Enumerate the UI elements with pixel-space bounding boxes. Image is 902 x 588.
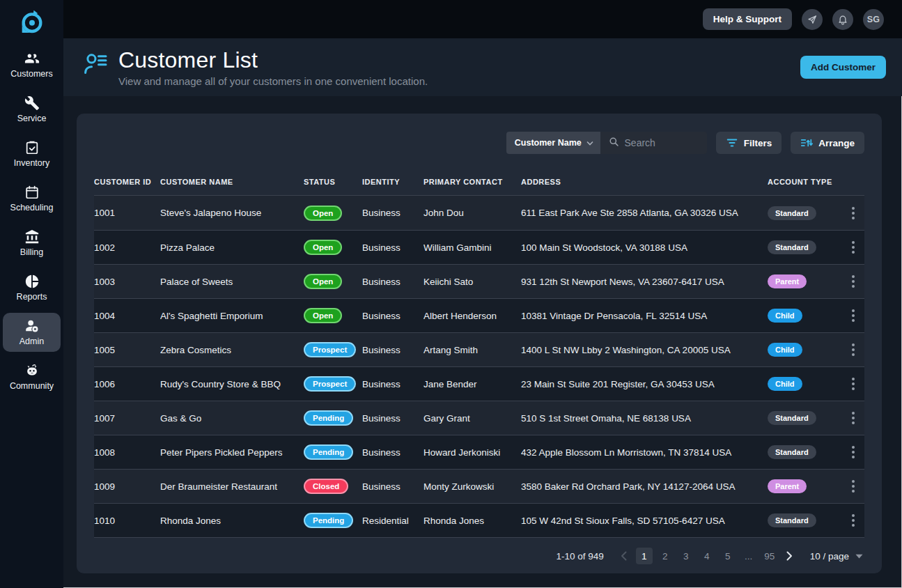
row-menu-button[interactable]	[841, 307, 864, 325]
sidebar-item-reports[interactable]: Reports	[3, 268, 61, 307]
sidebar-item-customers[interactable]: Customers	[3, 45, 61, 84]
table-row[interactable]: 1007 Gas & Go Pending Business Gary Gran…	[94, 401, 864, 435]
sidebar-item-community[interactable]: Community	[3, 357, 61, 396]
kebab-menu-icon	[849, 443, 857, 461]
add-customer-button[interactable]: Add Customer	[800, 56, 886, 79]
status-badge: Pending	[304, 444, 353, 460]
table-body: 1001 Steve's Jalapeno House Open Busines…	[94, 195, 864, 538]
cell-primary-contact: John Dou	[423, 208, 521, 218]
send-feedback-button[interactable]	[802, 9, 823, 30]
sidebar-item-billing[interactable]: Billing	[3, 224, 61, 263]
customer-list-icon	[83, 51, 108, 76]
page-button-2[interactable]: 2	[657, 548, 674, 564]
cell-customer-name: Steve's Jalapeno House	[160, 208, 304, 218]
arrange-button[interactable]: Arrange	[791, 132, 864, 154]
sidebar-item-scheduling[interactable]: Scheduling	[3, 179, 61, 218]
cell-identity: Business	[362, 413, 423, 424]
cell-account-type: Standard	[768, 513, 841, 527]
cell-primary-contact: Keiichi Sato	[423, 277, 521, 287]
avatar-initials: SG	[867, 15, 880, 24]
search-icon	[609, 137, 619, 149]
search-input[interactable]	[625, 137, 699, 148]
account-type-badge: Standard	[768, 206, 816, 220]
table-row[interactable]: 1003 Palace of Sweets Open Business Keii…	[94, 264, 864, 298]
page-header-text: Customer List View and manage all of you…	[118, 47, 800, 87]
row-menu-button[interactable]	[841, 204, 864, 222]
cell-status: Open	[304, 308, 362, 323]
table-row[interactable]: 1010 Rhonda Jones Pending Residential Rh…	[94, 503, 864, 537]
sidebar-item-service[interactable]: Service	[3, 90, 61, 129]
kebab-menu-icon	[849, 375, 857, 393]
row-menu-button[interactable]	[841, 375, 864, 393]
status-badge: Open	[304, 274, 342, 289]
column-header: ADDRESS	[521, 178, 768, 186]
row-menu-button[interactable]	[841, 409, 864, 427]
page-button-3[interactable]: 3	[678, 548, 694, 564]
app-logo-icon[interactable]	[18, 8, 46, 38]
prev-page-button[interactable]	[616, 548, 632, 564]
inventory-icon	[24, 140, 40, 155]
chevron-down-icon	[586, 141, 593, 146]
help-support-button[interactable]: Help & Support	[703, 8, 792, 30]
page-button-4[interactable]: 4	[699, 548, 715, 564]
sidebar-item-label: Service	[17, 114, 47, 123]
community-icon	[24, 363, 40, 378]
cell-status: Pending	[304, 513, 362, 528]
kebab-menu-icon	[849, 204, 857, 222]
page-size-value: 10 / page	[810, 551, 849, 562]
table-header-row: CUSTOMER IDCUSTOMER NAMESTATUSIDENTITYPR…	[94, 169, 864, 195]
next-page-button[interactable]	[782, 548, 798, 564]
sort-arrange-icon	[800, 137, 813, 149]
sidebar-item-inventory[interactable]: Inventory	[3, 134, 61, 173]
cell-customer-id: 1010	[94, 516, 160, 526]
cell-customer-id: 1001	[94, 208, 160, 218]
kebab-menu-icon	[849, 272, 857, 291]
search-box	[600, 132, 707, 154]
column-header: CUSTOMER NAME	[160, 178, 304, 186]
table-row[interactable]: 1002 Pizza Palace Open Business William …	[94, 230, 864, 264]
customer-list-card: Customer Name Filters	[77, 114, 882, 573]
cell-identity: Business	[362, 345, 423, 355]
row-menu-button[interactable]	[841, 443, 864, 461]
table-row[interactable]: 1008 Peter Pipers Pickled Peppers Pendin…	[94, 435, 864, 469]
row-menu-button[interactable]	[841, 272, 864, 291]
cell-status: Open	[304, 206, 362, 221]
cell-status: Closed	[304, 479, 362, 494]
notifications-button[interactable]	[832, 9, 853, 30]
sidebar-item-admin[interactable]: Admin	[3, 313, 61, 352]
table-row[interactable]: 1009 Der Braumeister Restaurant Closed B…	[94, 469, 864, 503]
cell-address: 931 12th St Newport News, VA 23607-6417 …	[521, 277, 768, 287]
status-badge: Prospect	[304, 342, 356, 357]
scheduling-icon	[24, 185, 40, 200]
kebab-menu-icon	[849, 341, 857, 359]
table-row[interactable]: 1005 Zebra Cosmetics Prospect Business A…	[94, 332, 864, 366]
table-row[interactable]: 1001 Steve's Jalapeno House Open Busines…	[94, 196, 864, 230]
page-size-select[interactable]: 10 / page	[810, 551, 863, 562]
cell-customer-name: Peter Pipers Pickled Peppers	[160, 447, 304, 458]
filters-button[interactable]: Filters	[716, 132, 782, 154]
column-header: PRIMARY CONTACT	[423, 178, 521, 186]
search-field-select[interactable]: Customer Name	[506, 132, 600, 154]
row-menu-button[interactable]	[841, 511, 864, 529]
cell-address: 10381 Vintage Dr Pensacola, FL 32514 USA	[521, 311, 768, 321]
user-avatar[interactable]: SG	[863, 9, 884, 30]
kebab-menu-icon	[849, 511, 857, 529]
cell-customer-id: 1003	[94, 277, 160, 287]
page-button-5[interactable]: 5	[720, 548, 736, 564]
row-menu-button[interactable]	[841, 341, 864, 359]
row-menu-button[interactable]	[841, 477, 864, 495]
cell-customer-id: 1005	[94, 345, 160, 355]
table-row[interactable]: 1004 Al's Spaghetti Emporium Open Busine…	[94, 298, 864, 332]
cell-account-type: Parent	[768, 274, 841, 288]
table-row[interactable]: 1006 Rudy's Country Store & BBQ Prospect…	[94, 366, 864, 401]
cell-customer-name: Zebra Cosmetics	[160, 345, 304, 355]
cell-identity: Business	[362, 379, 423, 389]
cell-customer-name: Pizza Palace	[160, 242, 304, 253]
page-button-95[interactable]: 95	[761, 548, 778, 564]
page-button-1[interactable]: 1	[636, 548, 653, 564]
sidebar: Customers Service Inventory Scheduling B…	[0, 0, 63, 588]
sidebar-item-label: Scheduling	[10, 203, 54, 212]
page-ellipsis: ...	[740, 548, 757, 564]
row-menu-button[interactable]	[841, 238, 864, 256]
sidebar-item-label: Community	[10, 381, 54, 391]
